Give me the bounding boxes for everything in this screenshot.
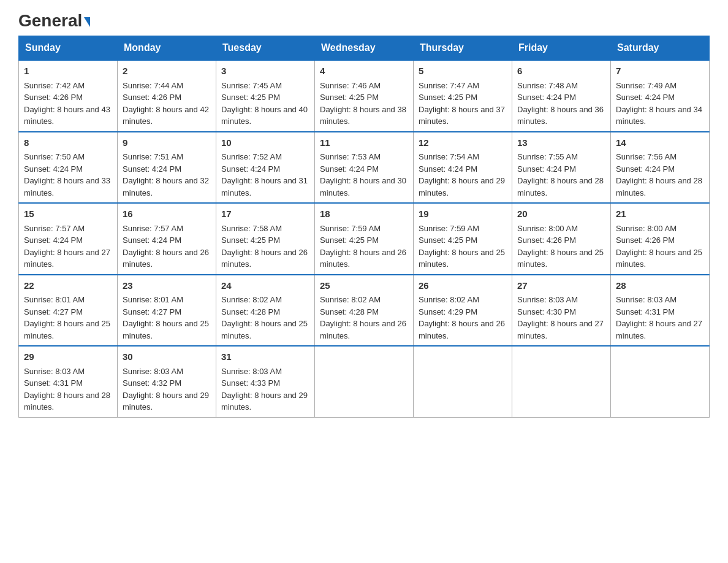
calendar-cell: 17Sunrise: 7:58 AMSunset: 4:25 PMDayligh… — [216, 203, 315, 275]
calendar-cell: 20Sunrise: 8:00 AMSunset: 4:26 PMDayligh… — [512, 203, 611, 275]
calendar-cell: 27Sunrise: 8:03 AMSunset: 4:30 PMDayligh… — [512, 275, 611, 347]
weekday-header-monday: Monday — [118, 36, 216, 61]
day-number: 28 — [616, 279, 704, 293]
weekday-header-friday: Friday — [512, 36, 611, 61]
day-number: 19 — [419, 207, 507, 221]
weekday-header-thursday: Thursday — [414, 36, 512, 61]
calendar-cell: 7Sunrise: 7:49 AMSunset: 4:24 PMDaylight… — [611, 60, 710, 132]
calendar-cell: 21Sunrise: 8:00 AMSunset: 4:26 PMDayligh… — [611, 203, 710, 275]
weekday-header-row: SundayMondayTuesdayWednesdayThursdayFrid… — [19, 36, 710, 61]
day-number: 6 — [517, 64, 605, 79]
week-row-3: 15Sunrise: 7:57 AMSunset: 4:24 PMDayligh… — [19, 203, 710, 275]
day-number: 1 — [24, 64, 112, 79]
day-number: 5 — [419, 64, 507, 79]
day-number: 7 — [616, 64, 704, 79]
calendar-cell: 9Sunrise: 7:51 AMSunset: 4:24 PMDaylight… — [118, 132, 216, 204]
calendar-cell: 2Sunrise: 7:44 AMSunset: 4:26 PMDaylight… — [118, 60, 216, 132]
calendar-cell: 31Sunrise: 8:03 AMSunset: 4:33 PMDayligh… — [216, 346, 315, 417]
day-number: 15 — [24, 207, 112, 221]
day-number: 16 — [123, 207, 211, 221]
calendar-cell: 28Sunrise: 8:03 AMSunset: 4:31 PMDayligh… — [611, 275, 710, 347]
calendar-cell: 15Sunrise: 7:57 AMSunset: 4:24 PMDayligh… — [19, 203, 118, 275]
day-number: 26 — [419, 279, 507, 293]
day-number: 4 — [320, 64, 408, 79]
day-number: 23 — [123, 279, 211, 293]
logo: General — [18, 12, 90, 29]
day-number: 21 — [616, 207, 704, 221]
day-number: 17 — [221, 207, 309, 221]
calendar-cell: 11Sunrise: 7:53 AMSunset: 4:24 PMDayligh… — [315, 132, 414, 204]
day-number: 9 — [123, 136, 211, 150]
calendar-cell: 6Sunrise: 7:48 AMSunset: 4:24 PMDaylight… — [512, 60, 611, 132]
day-number: 24 — [221, 279, 309, 293]
weekday-header-saturday: Saturday — [611, 36, 710, 61]
day-number: 10 — [221, 136, 309, 150]
day-number: 14 — [616, 136, 704, 150]
day-number: 12 — [419, 136, 507, 150]
day-number: 2 — [123, 64, 211, 79]
week-row-2: 8Sunrise: 7:50 AMSunset: 4:24 PMDaylight… — [19, 132, 710, 204]
calendar-cell: 22Sunrise: 8:01 AMSunset: 4:27 PMDayligh… — [19, 275, 118, 347]
week-row-4: 22Sunrise: 8:01 AMSunset: 4:27 PMDayligh… — [19, 275, 710, 347]
calendar-cell: 14Sunrise: 7:56 AMSunset: 4:24 PMDayligh… — [611, 132, 710, 204]
calendar-cell: 26Sunrise: 8:02 AMSunset: 4:29 PMDayligh… — [414, 275, 512, 347]
calendar-cell: 12Sunrise: 7:54 AMSunset: 4:24 PMDayligh… — [414, 132, 512, 204]
day-number: 13 — [517, 136, 605, 150]
calendar-cell: 18Sunrise: 7:59 AMSunset: 4:25 PMDayligh… — [315, 203, 414, 275]
day-number: 27 — [517, 279, 605, 293]
calendar-cell — [512, 346, 611, 417]
calendar-cell: 10Sunrise: 7:52 AMSunset: 4:24 PMDayligh… — [216, 132, 315, 204]
weekday-header-wednesday: Wednesday — [315, 36, 414, 61]
calendar-cell: 29Sunrise: 8:03 AMSunset: 4:31 PMDayligh… — [19, 346, 118, 417]
logo-top: General — [18, 12, 90, 29]
day-number: 31 — [221, 350, 309, 364]
calendar-cell: 24Sunrise: 8:02 AMSunset: 4:28 PMDayligh… — [216, 275, 315, 347]
day-number: 11 — [320, 136, 408, 150]
calendar-cell: 1Sunrise: 7:42 AMSunset: 4:26 PMDaylight… — [19, 60, 118, 132]
calendar-cell — [414, 346, 512, 417]
calendar-cell: 19Sunrise: 7:59 AMSunset: 4:25 PMDayligh… — [414, 203, 512, 275]
calendar-cell: 4Sunrise: 7:46 AMSunset: 4:25 PMDaylight… — [315, 60, 414, 132]
calendar-cell: 8Sunrise: 7:50 AMSunset: 4:24 PMDaylight… — [19, 132, 118, 204]
day-number: 25 — [320, 279, 408, 293]
calendar-cell: 30Sunrise: 8:03 AMSunset: 4:32 PMDayligh… — [118, 346, 216, 417]
day-number: 8 — [24, 136, 112, 150]
day-number: 18 — [320, 207, 408, 221]
calendar-cell: 16Sunrise: 7:57 AMSunset: 4:24 PMDayligh… — [118, 203, 216, 275]
calendar-cell: 5Sunrise: 7:47 AMSunset: 4:25 PMDaylight… — [414, 60, 512, 132]
day-number: 20 — [517, 207, 605, 221]
weekday-header-sunday: Sunday — [19, 36, 118, 61]
calendar-cell: 23Sunrise: 8:01 AMSunset: 4:27 PMDayligh… — [118, 275, 216, 347]
calendar-cell — [611, 346, 710, 417]
week-row-1: 1Sunrise: 7:42 AMSunset: 4:26 PMDaylight… — [19, 60, 710, 132]
day-number: 29 — [24, 350, 112, 364]
page-header: General — [18, 12, 710, 29]
calendar-cell: 3Sunrise: 7:45 AMSunset: 4:25 PMDaylight… — [216, 60, 315, 132]
calendar-table: SundayMondayTuesdayWednesdayThursdayFrid… — [18, 36, 710, 418]
calendar-cell — [315, 346, 414, 417]
day-number: 30 — [123, 350, 211, 364]
week-row-5: 29Sunrise: 8:03 AMSunset: 4:31 PMDayligh… — [19, 346, 710, 417]
day-number: 22 — [24, 279, 112, 293]
calendar-cell: 25Sunrise: 8:02 AMSunset: 4:28 PMDayligh… — [315, 275, 414, 347]
day-number: 3 — [221, 64, 309, 79]
weekday-header-tuesday: Tuesday — [216, 36, 315, 61]
calendar-cell: 13Sunrise: 7:55 AMSunset: 4:24 PMDayligh… — [512, 132, 611, 204]
